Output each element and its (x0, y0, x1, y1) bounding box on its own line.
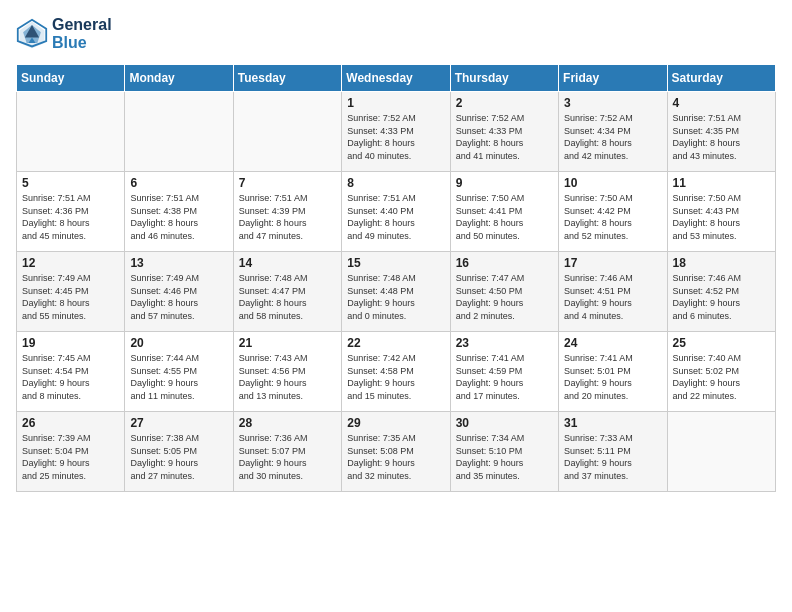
day-number: 6 (130, 176, 227, 190)
calendar-cell: 24Sunrise: 7:41 AM Sunset: 5:01 PM Dayli… (559, 332, 667, 412)
day-header-sunday: Sunday (17, 65, 125, 92)
day-number: 31 (564, 416, 661, 430)
calendar-cell: 13Sunrise: 7:49 AM Sunset: 4:46 PM Dayli… (125, 252, 233, 332)
day-number: 15 (347, 256, 444, 270)
day-info: Sunrise: 7:43 AM Sunset: 4:56 PM Dayligh… (239, 352, 336, 402)
day-info: Sunrise: 7:44 AM Sunset: 4:55 PM Dayligh… (130, 352, 227, 402)
day-info: Sunrise: 7:45 AM Sunset: 4:54 PM Dayligh… (22, 352, 119, 402)
day-info: Sunrise: 7:41 AM Sunset: 4:59 PM Dayligh… (456, 352, 553, 402)
day-number: 14 (239, 256, 336, 270)
calendar-cell: 3Sunrise: 7:52 AM Sunset: 4:34 PM Daylig… (559, 92, 667, 172)
day-number: 27 (130, 416, 227, 430)
calendar-cell: 31Sunrise: 7:33 AM Sunset: 5:11 PM Dayli… (559, 412, 667, 492)
calendar-cell: 25Sunrise: 7:40 AM Sunset: 5:02 PM Dayli… (667, 332, 775, 412)
calendar-cell: 5Sunrise: 7:51 AM Sunset: 4:36 PM Daylig… (17, 172, 125, 252)
day-number: 24 (564, 336, 661, 350)
calendar-cell: 15Sunrise: 7:48 AM Sunset: 4:48 PM Dayli… (342, 252, 450, 332)
day-info: Sunrise: 7:52 AM Sunset: 4:34 PM Dayligh… (564, 112, 661, 162)
day-number: 11 (673, 176, 770, 190)
calendar-cell (667, 412, 775, 492)
day-header-monday: Monday (125, 65, 233, 92)
calendar-cell (17, 92, 125, 172)
calendar-cell: 17Sunrise: 7:46 AM Sunset: 4:51 PM Dayli… (559, 252, 667, 332)
header-row: SundayMondayTuesdayWednesdayThursdayFrid… (17, 65, 776, 92)
day-number: 30 (456, 416, 553, 430)
day-info: Sunrise: 7:38 AM Sunset: 5:05 PM Dayligh… (130, 432, 227, 482)
day-number: 19 (22, 336, 119, 350)
calendar-cell: 23Sunrise: 7:41 AM Sunset: 4:59 PM Dayli… (450, 332, 558, 412)
day-header-wednesday: Wednesday (342, 65, 450, 92)
logo: General Blue (16, 16, 112, 52)
calendar-cell: 19Sunrise: 7:45 AM Sunset: 4:54 PM Dayli… (17, 332, 125, 412)
day-info: Sunrise: 7:46 AM Sunset: 4:52 PM Dayligh… (673, 272, 770, 322)
calendar-cell: 11Sunrise: 7:50 AM Sunset: 4:43 PM Dayli… (667, 172, 775, 252)
day-info: Sunrise: 7:50 AM Sunset: 4:42 PM Dayligh… (564, 192, 661, 242)
calendar-cell (233, 92, 341, 172)
calendar-week-3: 12Sunrise: 7:49 AM Sunset: 4:45 PM Dayli… (17, 252, 776, 332)
day-number: 12 (22, 256, 119, 270)
day-number: 22 (347, 336, 444, 350)
day-number: 2 (456, 96, 553, 110)
day-number: 29 (347, 416, 444, 430)
calendar-cell: 2Sunrise: 7:52 AM Sunset: 4:33 PM Daylig… (450, 92, 558, 172)
calendar-cell: 16Sunrise: 7:47 AM Sunset: 4:50 PM Dayli… (450, 252, 558, 332)
day-info: Sunrise: 7:50 AM Sunset: 4:41 PM Dayligh… (456, 192, 553, 242)
day-number: 20 (130, 336, 227, 350)
calendar-cell: 26Sunrise: 7:39 AM Sunset: 5:04 PM Dayli… (17, 412, 125, 492)
day-number: 21 (239, 336, 336, 350)
day-number: 5 (22, 176, 119, 190)
day-number: 1 (347, 96, 444, 110)
day-info: Sunrise: 7:49 AM Sunset: 4:46 PM Dayligh… (130, 272, 227, 322)
calendar-cell: 21Sunrise: 7:43 AM Sunset: 4:56 PM Dayli… (233, 332, 341, 412)
calendar-week-4: 19Sunrise: 7:45 AM Sunset: 4:54 PM Dayli… (17, 332, 776, 412)
day-info: Sunrise: 7:46 AM Sunset: 4:51 PM Dayligh… (564, 272, 661, 322)
page-header: General Blue (16, 16, 776, 52)
day-info: Sunrise: 7:51 AM Sunset: 4:39 PM Dayligh… (239, 192, 336, 242)
calendar-cell: 18Sunrise: 7:46 AM Sunset: 4:52 PM Dayli… (667, 252, 775, 332)
calendar-cell: 8Sunrise: 7:51 AM Sunset: 4:40 PM Daylig… (342, 172, 450, 252)
day-info: Sunrise: 7:51 AM Sunset: 4:35 PM Dayligh… (673, 112, 770, 162)
day-info: Sunrise: 7:39 AM Sunset: 5:04 PM Dayligh… (22, 432, 119, 482)
day-info: Sunrise: 7:34 AM Sunset: 5:10 PM Dayligh… (456, 432, 553, 482)
calendar-cell: 7Sunrise: 7:51 AM Sunset: 4:39 PM Daylig… (233, 172, 341, 252)
calendar-cell: 6Sunrise: 7:51 AM Sunset: 4:38 PM Daylig… (125, 172, 233, 252)
calendar-cell: 20Sunrise: 7:44 AM Sunset: 4:55 PM Dayli… (125, 332, 233, 412)
day-number: 17 (564, 256, 661, 270)
day-number: 3 (564, 96, 661, 110)
logo-icon (16, 18, 48, 50)
day-number: 23 (456, 336, 553, 350)
calendar-table: SundayMondayTuesdayWednesdayThursdayFrid… (16, 64, 776, 492)
day-info: Sunrise: 7:48 AM Sunset: 4:48 PM Dayligh… (347, 272, 444, 322)
day-number: 13 (130, 256, 227, 270)
day-info: Sunrise: 7:49 AM Sunset: 4:45 PM Dayligh… (22, 272, 119, 322)
day-info: Sunrise: 7:52 AM Sunset: 4:33 PM Dayligh… (347, 112, 444, 162)
day-info: Sunrise: 7:50 AM Sunset: 4:43 PM Dayligh… (673, 192, 770, 242)
day-info: Sunrise: 7:35 AM Sunset: 5:08 PM Dayligh… (347, 432, 444, 482)
calendar-cell: 10Sunrise: 7:50 AM Sunset: 4:42 PM Dayli… (559, 172, 667, 252)
calendar-cell: 1Sunrise: 7:52 AM Sunset: 4:33 PM Daylig… (342, 92, 450, 172)
calendar-cell: 22Sunrise: 7:42 AM Sunset: 4:58 PM Dayli… (342, 332, 450, 412)
day-header-friday: Friday (559, 65, 667, 92)
day-info: Sunrise: 7:48 AM Sunset: 4:47 PM Dayligh… (239, 272, 336, 322)
day-info: Sunrise: 7:42 AM Sunset: 4:58 PM Dayligh… (347, 352, 444, 402)
day-number: 16 (456, 256, 553, 270)
day-number: 9 (456, 176, 553, 190)
calendar-cell: 29Sunrise: 7:35 AM Sunset: 5:08 PM Dayli… (342, 412, 450, 492)
logo-text: General Blue (52, 16, 112, 52)
day-number: 26 (22, 416, 119, 430)
day-info: Sunrise: 7:41 AM Sunset: 5:01 PM Dayligh… (564, 352, 661, 402)
day-header-thursday: Thursday (450, 65, 558, 92)
day-number: 4 (673, 96, 770, 110)
day-number: 28 (239, 416, 336, 430)
calendar-week-2: 5Sunrise: 7:51 AM Sunset: 4:36 PM Daylig… (17, 172, 776, 252)
day-number: 8 (347, 176, 444, 190)
day-info: Sunrise: 7:40 AM Sunset: 5:02 PM Dayligh… (673, 352, 770, 402)
day-info: Sunrise: 7:51 AM Sunset: 4:38 PM Dayligh… (130, 192, 227, 242)
calendar-cell: 30Sunrise: 7:34 AM Sunset: 5:10 PM Dayli… (450, 412, 558, 492)
calendar-cell: 14Sunrise: 7:48 AM Sunset: 4:47 PM Dayli… (233, 252, 341, 332)
day-info: Sunrise: 7:36 AM Sunset: 5:07 PM Dayligh… (239, 432, 336, 482)
day-info: Sunrise: 7:51 AM Sunset: 4:36 PM Dayligh… (22, 192, 119, 242)
day-header-saturday: Saturday (667, 65, 775, 92)
day-header-tuesday: Tuesday (233, 65, 341, 92)
day-info: Sunrise: 7:47 AM Sunset: 4:50 PM Dayligh… (456, 272, 553, 322)
